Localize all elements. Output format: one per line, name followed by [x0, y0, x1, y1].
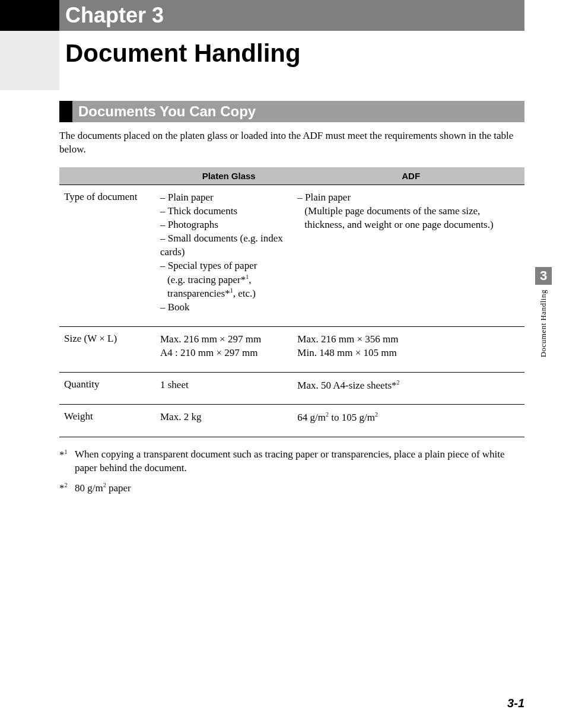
cell-line: A4 : 210 mm × 297 mm: [160, 346, 290, 360]
cell-line: 1 sheet: [160, 379, 290, 392]
table-header-adf: ADF: [297, 167, 524, 185]
cell-line: (Multiple page documents of the same siz…: [297, 205, 517, 232]
cell-platen: 1 sheet: [160, 372, 297, 405]
row-label: Weight: [59, 405, 160, 437]
title-light-block: [0, 31, 59, 90]
row-label: Type of document: [59, 185, 160, 326]
footnote-text: 80 g/m2 paper: [75, 481, 131, 495]
chapter-banner: Chapter 3: [0, 0, 566, 31]
cell-adf: 64 g/m2 to 105 g/m2: [297, 405, 524, 437]
banner-gray-bar: Chapter 3: [59, 0, 524, 31]
table-row: Quantity1 sheetMax. 50 A4-size sheets*2: [59, 372, 524, 405]
cell-line: 64 g/m2 to 105 g/m2: [297, 411, 517, 425]
title-area: Document Handling: [0, 31, 524, 90]
side-tab: 3 Document Handling: [535, 267, 552, 357]
banner-black-block: [0, 0, 59, 31]
footnote-text: When copying a transparent document such…: [75, 448, 524, 475]
cell-adf: Max. 50 A4-size sheets*2: [297, 372, 524, 405]
cell-adf: Max. 216 mm × 356 mmMin. 148 mm × 105 mm: [297, 326, 524, 372]
chapter-title: Document Handling: [59, 31, 301, 90]
footnote: *280 g/m2 paper: [59, 481, 524, 495]
side-tab-number: 3: [535, 267, 552, 285]
cell-line: – Special types of paper: [160, 259, 290, 273]
cell-line: (e.g. tracing paper*1, transparencies*1,…: [160, 273, 290, 301]
cell-line: – Photographs: [160, 218, 290, 232]
cell-line: Min. 148 mm × 105 mm: [297, 346, 517, 360]
section-heading-bar: Documents You Can Copy: [59, 101, 524, 122]
table-row: Size (W × L)Max. 216 mm × 297 mmA4 : 210…: [59, 326, 524, 372]
cell-line: Max. 216 mm × 356 mm: [297, 333, 517, 346]
spec-table: Platen Glass ADF Type of document– Plain…: [59, 167, 524, 437]
table-header-platen: Platen Glass: [160, 167, 297, 185]
chapter-label: Chapter 3: [65, 3, 164, 28]
row-label: Size (W × L): [59, 326, 160, 372]
table-header-blank: [59, 167, 160, 185]
section-black-square: [59, 101, 72, 122]
cell-platen: Max. 2 kg: [160, 405, 297, 437]
cell-line: – Plain paper: [160, 191, 290, 205]
cell-platen: Max. 216 mm × 297 mmA4 : 210 mm × 297 mm: [160, 326, 297, 372]
footnote-mark: *1: [59, 448, 75, 475]
page-content: Documents You Can Copy The documents pla…: [59, 101, 524, 495]
footnote-mark: *2: [59, 481, 75, 495]
row-label: Quantity: [59, 372, 160, 405]
cell-line: – Small documents (e.g. index cards): [160, 232, 290, 259]
page-number: 3-1: [507, 697, 524, 710]
section-intro: The documents placed on the platen glass…: [59, 129, 524, 157]
side-tab-label: Document Handling: [539, 290, 548, 357]
table-row: Type of document– Plain paper– Thick doc…: [59, 185, 524, 326]
cell-line: – Book: [160, 301, 290, 314]
footnotes: *1When copying a transparent document su…: [59, 448, 524, 495]
section-heading: Documents You Can Copy: [72, 101, 524, 122]
cell-line: – Thick documents: [160, 205, 290, 218]
cell-line: Max. 216 mm × 297 mm: [160, 333, 290, 346]
cell-platen: – Plain paper– Thick documents– Photogra…: [160, 185, 297, 326]
cell-line: Max. 50 A4-size sheets*2: [297, 379, 517, 393]
cell-adf: – Plain paper(Multiple page documents of…: [297, 185, 524, 326]
footnote: *1When copying a transparent document su…: [59, 448, 524, 475]
table-row: WeightMax. 2 kg64 g/m2 to 105 g/m2: [59, 405, 524, 437]
cell-line: Max. 2 kg: [160, 411, 290, 424]
cell-line: – Plain paper: [297, 191, 517, 205]
